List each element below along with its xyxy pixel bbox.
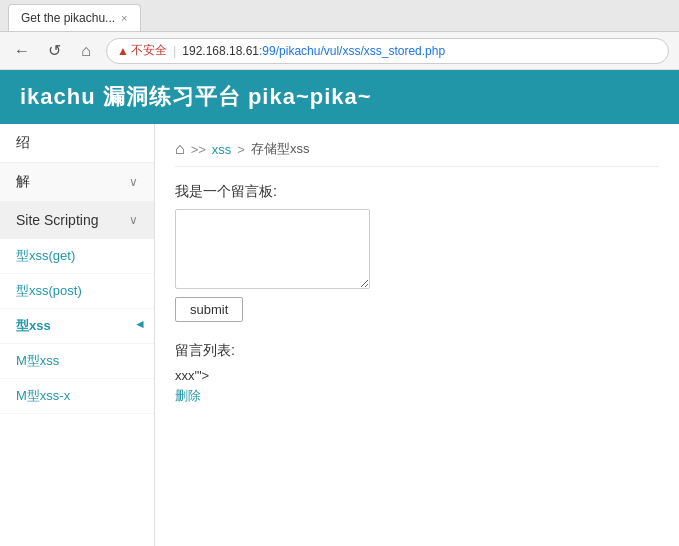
- sidebar-item-intro[interactable]: 绍: [0, 124, 154, 163]
- browser-toolbar: ← ↺ ⌂ ▲ 不安全 | 192.168.18.61:99/pikachu/v…: [0, 32, 679, 70]
- sidebar-overview-label: 解: [16, 173, 30, 191]
- security-icon: ▲: [117, 44, 129, 58]
- sidebar-item-overview[interactable]: 解 ∨: [0, 163, 154, 202]
- address-bar[interactable]: ▲ 不安全 | 192.168.18.61:99/pikachu/vul/xss…: [106, 38, 669, 64]
- sidebar-item-xss-stored[interactable]: 型xss: [0, 309, 154, 344]
- back-button[interactable]: ←: [10, 39, 34, 63]
- message-textarea[interactable]: [175, 209, 370, 289]
- sidebar-intro-label: 绍: [16, 134, 30, 152]
- sidebar-item-xss-domx[interactable]: M型xss-x: [0, 379, 154, 414]
- back-icon: ←: [14, 42, 30, 60]
- sidebar-xss-stored-label: 型xss: [16, 318, 51, 333]
- breadcrumb-xss-link[interactable]: xss: [212, 142, 232, 157]
- breadcrumb-separator-2: >: [237, 142, 245, 157]
- tab-close-icon[interactable]: ×: [121, 12, 127, 24]
- sidebar-xss-label: Site Scripting: [16, 212, 98, 228]
- content-area: ⌂ >> xss > 存储型xss 我是一个留言板: submit 留言列表: …: [155, 124, 679, 546]
- chevron-down-icon-2: ∨: [129, 213, 138, 227]
- message-content: xxx'">: [175, 368, 209, 383]
- address-host: 192.168.18.61: [182, 44, 259, 58]
- address-text: 192.168.18.61:99/pikachu/vul/xss/xss_sto…: [182, 44, 445, 58]
- home-button[interactable]: ⌂: [74, 39, 98, 63]
- browser-tab[interactable]: Get the pikachu... ×: [8, 4, 141, 31]
- sidebar-xss-post-label: 型xss(post): [16, 283, 82, 298]
- security-warning: ▲ 不安全: [117, 42, 167, 59]
- reload-icon: ↺: [48, 41, 61, 60]
- sidebar: 绍 解 ∨ Site Scripting ∨ 型xss(get) 型xss(po…: [0, 124, 155, 546]
- address-port-path: :99/pikachu/vul/xss/xss_stored.php: [259, 44, 445, 58]
- sidebar-item-xss-post[interactable]: 型xss(post): [0, 274, 154, 309]
- sidebar-xss-dom-label: M型xss: [16, 353, 59, 368]
- site-header: ikachu 漏洞练习平台 pika~pika~: [0, 70, 679, 124]
- page: ikachu 漏洞练习平台 pika~pika~ 绍 解 ∨ Site Scri…: [0, 70, 679, 546]
- sidebar-xss-domx-label: M型xss-x: [16, 388, 70, 403]
- chevron-down-icon: ∨: [129, 175, 138, 189]
- home-breadcrumb-icon: ⌂: [175, 140, 185, 158]
- breadcrumb-separator-1: >>: [191, 142, 206, 157]
- home-icon: ⌂: [81, 42, 91, 60]
- message-item: xxx'">: [175, 368, 659, 383]
- message-list-label: 留言列表:: [175, 342, 659, 360]
- reload-button[interactable]: ↺: [42, 39, 66, 63]
- message-form: 我是一个留言板: submit: [175, 183, 659, 322]
- breadcrumb-current-page: 存储型xss: [251, 140, 310, 158]
- address-separator: |: [173, 43, 176, 58]
- breadcrumb: ⌂ >> xss > 存储型xss: [175, 140, 659, 167]
- sidebar-item-xss-section[interactable]: Site Scripting ∨: [0, 202, 154, 239]
- main-layout: 绍 解 ∨ Site Scripting ∨ 型xss(get) 型xss(po…: [0, 124, 679, 546]
- sidebar-item-xss-get[interactable]: 型xss(get): [0, 239, 154, 274]
- sidebar-xss-get-label: 型xss(get): [16, 248, 75, 263]
- sidebar-item-xss-dom[interactable]: M型xss: [0, 344, 154, 379]
- security-text: 不安全: [131, 42, 167, 59]
- site-title: ikachu 漏洞练习平台 pika~pika~: [20, 84, 372, 109]
- form-label: 我是一个留言板:: [175, 183, 659, 201]
- delete-link[interactable]: 删除: [175, 388, 201, 403]
- submit-button[interactable]: submit: [175, 297, 243, 322]
- message-list-section: 留言列表: xxx'"> 删除: [175, 342, 659, 405]
- tab-label: Get the pikachu...: [21, 11, 115, 25]
